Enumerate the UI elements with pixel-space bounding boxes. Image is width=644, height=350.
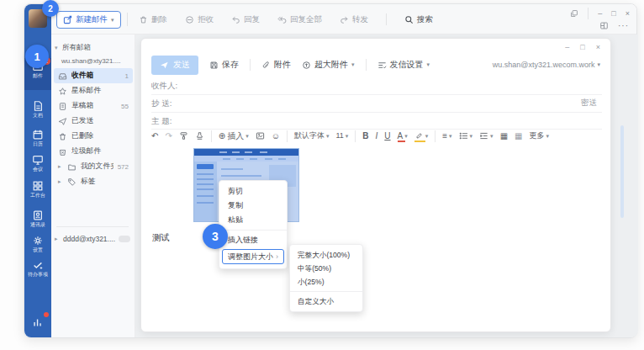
toolbar-divider [250, 59, 251, 71]
folder-tags[interactable]: ▸ 标签 [54, 174, 133, 189]
folder-sent[interactable]: 已发送 [54, 114, 133, 129]
save-label: 保存 [222, 59, 239, 71]
folder-spam[interactable]: 垃圾邮件 [54, 144, 133, 159]
chevron-down-icon: ▾ [326, 133, 330, 139]
submenu-item-custom-size[interactable]: 自定义大小 [290, 294, 362, 308]
folder-trash[interactable]: 已删除 [54, 129, 133, 144]
insert-image-button[interactable] [256, 131, 265, 141]
account-name[interactable]: wu.shan@xty321.... [61, 57, 120, 65]
grid-button[interactable]: ▦ [515, 132, 522, 141]
maximize-button[interactable]: □ [611, 9, 615, 18]
save-button[interactable]: 保存 [209, 59, 239, 71]
rail-item-settings[interactable]: 设置 [24, 232, 51, 259]
italic-button[interactable]: I [376, 132, 378, 141]
indent-menu[interactable]: ▾ [479, 131, 494, 141]
menu-item-copy[interactable]: 复制 [219, 199, 287, 213]
redo-button[interactable]: ↷ [165, 132, 172, 141]
calendar-icon [32, 129, 44, 141]
menu-divider [290, 291, 362, 292]
menu-item-insert-link[interactable]: 插入链接 [219, 233, 287, 247]
chevron-down-icon: ▾ [404, 133, 408, 139]
clear-format-button[interactable] [195, 131, 204, 141]
folder-drafts[interactable]: 草稿箱 55 [54, 98, 133, 114]
reply-all-button[interactable]: 回复全部 [277, 14, 322, 25]
submenu-item-small-size[interactable]: 小(25%) [290, 275, 362, 289]
new-mail-button[interactable]: 新建邮件 ▾ [56, 11, 121, 29]
search-button[interactable]: 搜索 [404, 14, 433, 25]
highlight-color-button[interactable]: ▾ [414, 131, 429, 141]
compose-minimize-button[interactable]: – [565, 43, 569, 51]
rail-item-todo[interactable]: 待办事项 [24, 257, 51, 284]
sidebar-divider [56, 226, 129, 227]
font-color-button[interactable]: A ▾ [398, 132, 408, 141]
menu-item-resize-image[interactable]: 调整图片大小 › [222, 249, 284, 264]
rail-item-contacts[interactable]: 通讯录 [24, 207, 51, 234]
more-format-menu[interactable]: 更多 ▾ [530, 132, 550, 140]
rail-item-activity[interactable] [24, 314, 51, 341]
content-pane: – □ × 发送 保存 附件 [135, 34, 638, 337]
insert-menu[interactable]: ⊕ 插入 ▾ [219, 132, 249, 141]
font-family-select[interactable]: 默认字体 ▾ [294, 132, 330, 140]
insert-label: 插入 [227, 132, 244, 141]
folder-inbox[interactable]: 收件箱 1 [54, 68, 133, 83]
rail-item-label: 通讯录 [25, 221, 50, 226]
minimize-button[interactable]: – [598, 9, 602, 18]
to-field[interactable] [192, 77, 595, 94]
bullet-list-menu[interactable]: ▾ [459, 131, 473, 141]
menu-item-cut[interactable]: 剪切 [219, 184, 287, 199]
from-account-selector[interactable]: wu.shan@xty321.wecom.work ▾ [493, 61, 600, 69]
toolbar-divider [366, 59, 367, 71]
image-icon [256, 131, 265, 141]
format-painter-button[interactable] [179, 131, 188, 141]
block-icon [185, 15, 194, 24]
attachment-button[interactable]: 附件 [261, 59, 291, 71]
emoji-button[interactable]: ☺ [272, 132, 280, 141]
font-size-select[interactable]: 11 ▾ [335, 132, 348, 140]
submenu-item-full-size[interactable]: 完整大小(100%) [290, 248, 362, 262]
align-menu[interactable]: ≡ ▾ [442, 132, 451, 141]
subject-field[interactable] [192, 113, 595, 130]
compose-maximize-button[interactable]: □ [580, 43, 584, 51]
rail-item-calendar[interactable]: 日历 [24, 126, 51, 153]
forward-button[interactable]: 转发 [340, 14, 368, 25]
compose-icon [63, 15, 72, 24]
chevron-down-icon: ▾ [490, 133, 494, 139]
mailbox-section-header[interactable]: ▾ 所有邮箱 [55, 43, 91, 53]
folder-my-folders[interactable]: ▸ 我的文件夹 572 [54, 159, 133, 174]
second-account[interactable]: ▸ dddd@xty321.... [55, 235, 134, 243]
layout-icon[interactable] [599, 21, 609, 30]
folder-count: 1 [125, 72, 129, 80]
chevron-right-icon: ▸ [55, 236, 60, 242]
format-painter-icon [179, 131, 188, 141]
chevron-down-icon: ▾ [351, 61, 355, 68]
trash-icon [139, 15, 148, 24]
folder-starred[interactable]: 星标邮件 [54, 83, 133, 98]
scrollbar[interactable] [620, 125, 624, 218]
close-button[interactable]: × [626, 9, 630, 18]
large-attachment-button[interactable]: 超大附件 ▾ [302, 59, 355, 71]
submenu-item-medium-size[interactable]: 中等(50%) [290, 262, 362, 275]
delete-button[interactable]: 删除 [139, 14, 167, 25]
rail-item-docs[interactable]: 文档 [24, 98, 51, 125]
undo-button[interactable]: ↶ [151, 132, 158, 141]
reply-button[interactable]: 回复 [231, 14, 260, 25]
rail-item-meeting[interactable]: 会议 [24, 151, 51, 178]
second-account-name: dddd@xty321.... [63, 235, 115, 243]
menu-item-paste[interactable]: 粘贴 [219, 213, 287, 227]
underline-button[interactable]: U [384, 132, 390, 141]
chevron-down-icon: ▾ [597, 61, 600, 68]
trash-icon [58, 132, 67, 141]
rail-item-workbench[interactable]: 工作台 [24, 178, 51, 204]
format-divider [211, 130, 212, 142]
more-icon[interactable]: ··· [618, 21, 629, 30]
send-button[interactable]: 发送 [151, 56, 198, 75]
compose-toolbar: 发送 保存 附件 超大附件 ▾ [151, 54, 600, 76]
cc-field[interactable] [192, 95, 553, 112]
send-settings-button[interactable]: 发信设置 ▾ [377, 59, 430, 71]
compose-close-button[interactable]: × [596, 43, 600, 51]
table-button[interactable]: ▦ [500, 132, 508, 141]
bold-button[interactable]: B [362, 132, 368, 141]
reject-button[interactable]: 拒收 [185, 14, 214, 25]
bcc-toggle[interactable]: 密送 [581, 98, 597, 109]
popout-icon[interactable] [570, 9, 578, 18]
